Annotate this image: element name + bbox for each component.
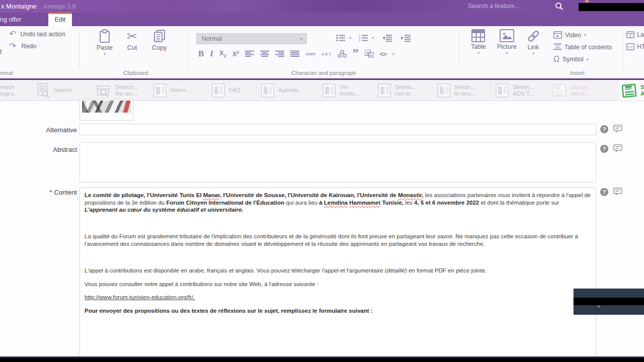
justify-button[interactable] bbox=[290, 50, 299, 57]
subscript-button[interactable]: X2 bbox=[219, 49, 226, 58]
news-icon-green: NEWS bbox=[622, 83, 637, 98]
align-center-button[interactable] bbox=[260, 50, 269, 57]
tab-training-offer[interactable]: ng offer bbox=[0, 16, 21, 23]
align-left-button[interactable] bbox=[245, 50, 254, 57]
blockquote-button[interactable]: ” bbox=[353, 50, 359, 57]
picture-button[interactable]: Picture ▾ bbox=[497, 29, 517, 55]
page-icon bbox=[377, 83, 391, 98]
content-tab-seminaire-ads-active[interactable]: NEWS SéAD bbox=[619, 80, 644, 101]
content-tab-seminaire-rencontre[interactable]: Sémin...la renc... bbox=[434, 80, 491, 101]
italic-button[interactable]: I bbox=[210, 49, 213, 59]
special-characters-button[interactable] bbox=[338, 50, 347, 58]
ametys-cms-window: x Montaigne Ametys 3.8 Search a feature.… bbox=[0, 0, 644, 362]
table-button[interactable]: Table ▾ bbox=[471, 29, 486, 55]
app-version: Ametys 3.8 bbox=[43, 3, 76, 10]
cut-icon: ✂ bbox=[127, 29, 137, 43]
content-form: Alternative ? Abstract ? *Content Le com… bbox=[0, 101, 644, 357]
language-button[interactable]: Aa bbox=[365, 50, 374, 58]
table-icon bbox=[471, 29, 485, 42]
bottom-black-bar bbox=[0, 358, 644, 362]
html-source-button[interactable]: </> HT bbox=[626, 43, 644, 50]
align-right-button[interactable] bbox=[275, 50, 284, 57]
group-label-general: neral bbox=[0, 70, 13, 76]
numbered-list-button[interactable]: 123 bbox=[359, 34, 368, 42]
content-tab-seminaire-ads[interactable]: Sémin...ADS T... bbox=[492, 80, 547, 101]
illustration-thumbnail bbox=[82, 101, 131, 113]
comment-icon[interactable] bbox=[613, 188, 622, 196]
paragraph-style-select[interactable]: Normal ▾ bbox=[196, 33, 307, 44]
abbreviation-button[interactable]: ABBR bbox=[305, 52, 315, 56]
source-code-button[interactable]: <> bbox=[380, 50, 386, 58]
content-tab-agenda[interactable]: Agenda bbox=[258, 80, 311, 101]
undo-button[interactable]: ↶ Undo last action bbox=[9, 31, 65, 38]
copy-button[interactable]: Copy bbox=[152, 29, 167, 51]
cut-button[interactable]: ✂ Cut bbox=[127, 29, 137, 51]
content-tab-faq[interactable]: FAQ bbox=[208, 80, 257, 101]
alternative-input[interactable] bbox=[79, 124, 596, 135]
redo-button[interactable]: ↷ Redo bbox=[9, 43, 36, 50]
group-divider bbox=[459, 30, 459, 68]
bullet-list-caret[interactable]: ▾ bbox=[349, 36, 351, 40]
page-icon bbox=[322, 83, 336, 98]
clipped-button-fragment: t bbox=[0, 48, 2, 55]
numbered-list-caret[interactable]: ▾ bbox=[372, 36, 374, 40]
newspaper-icon bbox=[552, 84, 568, 97]
table-of-contents-button[interactable]: Table of contents bbox=[553, 43, 612, 51]
feature-search-input[interactable]: Search a feature... bbox=[468, 3, 520, 10]
content-tab-search-archives[interactable]: Search...the arc... bbox=[93, 80, 148, 101]
page-icon bbox=[153, 83, 167, 98]
content-tab-seminaire-art[interactable]: Sémin...l'art et ... bbox=[374, 80, 432, 101]
help-icon[interactable]: ? bbox=[600, 145, 608, 153]
paste-button[interactable]: Paste ▾ bbox=[97, 29, 113, 56]
ribbon-tab-row: ng offer Edit bbox=[0, 13, 644, 26]
alternative-label: Alternative bbox=[0, 126, 77, 134]
content-tab-clipped[interactable]: earchrogra... bbox=[0, 80, 29, 101]
redo-icon: ↷ bbox=[9, 43, 16, 50]
bullet-list-button[interactable] bbox=[336, 34, 346, 42]
content-tab-search[interactable]: Search bbox=[33, 80, 86, 101]
group-label-character: Character and paragraph bbox=[291, 70, 356, 76]
comment-icon[interactable] bbox=[613, 125, 622, 133]
link-caret[interactable]: ▾ bbox=[532, 51, 534, 56]
content-tab-intern[interactable]: Intern... bbox=[150, 80, 202, 101]
video-button[interactable]: Video ▾ bbox=[553, 31, 586, 39]
symbol-caret[interactable]: ▾ bbox=[587, 57, 589, 62]
group-divider bbox=[623, 30, 623, 68]
symbol-button[interactable]: Ω Symbol ▾ bbox=[553, 55, 589, 63]
help-icon[interactable]: ? bbox=[600, 188, 608, 196]
group-divider bbox=[79, 30, 79, 68]
bold-button[interactable]: B bbox=[198, 49, 204, 59]
superscript-button[interactable]: X2 bbox=[232, 50, 239, 58]
video-overlay-panel bbox=[573, 288, 644, 315]
help-icon[interactable]: ? bbox=[600, 125, 608, 133]
content-editor[interactable]: Le comité de pilotage, l'Université Tuni… bbox=[79, 188, 596, 357]
picture-icon bbox=[500, 29, 514, 42]
content-tab-vie-institutionnelle[interactable]: Vieinstitu... bbox=[319, 80, 373, 101]
layout-button[interactable]: La bbox=[626, 31, 644, 38]
html-icon: </> bbox=[626, 43, 634, 50]
indent-button[interactable] bbox=[401, 34, 411, 42]
comment-icon[interactable] bbox=[613, 144, 622, 153]
page-icon bbox=[261, 83, 275, 98]
page-icon bbox=[437, 83, 451, 98]
notification-dot bbox=[585, 0, 589, 3]
link-button[interactable]: Link ▾ bbox=[526, 29, 540, 56]
outdent-button[interactable] bbox=[382, 34, 392, 42]
illustration-field[interactable] bbox=[79, 99, 133, 121]
abstract-textarea[interactable] bbox=[79, 142, 596, 183]
table-caret[interactable]: ▾ bbox=[477, 51, 479, 55]
page-icon bbox=[211, 83, 225, 98]
titlebar: x Montaigne Ametys 3.8 Search a feature.… bbox=[0, 0, 644, 13]
video-caret[interactable]: ▾ bbox=[584, 33, 586, 37]
search-document-icon bbox=[36, 83, 50, 98]
svg-text:</>: </> bbox=[628, 45, 633, 49]
paste-dropdown-caret[interactable]: ▾ bbox=[104, 52, 106, 56]
picture-caret[interactable]: ▾ bbox=[506, 51, 508, 55]
copy-icon bbox=[153, 29, 166, 43]
content-editor-text: Le comité de pilotage, l'Université Tuni… bbox=[85, 192, 593, 321]
source-code-caret[interactable]: ▾ bbox=[392, 52, 394, 56]
content-tab-les-pratiques-artistiques[interactable]: Les pr...artisti... bbox=[549, 80, 606, 101]
search-icon[interactable] bbox=[555, 2, 564, 11]
tab-edit[interactable]: Edit bbox=[48, 13, 72, 26]
acronym-button[interactable]: A.B.C bbox=[321, 52, 331, 56]
